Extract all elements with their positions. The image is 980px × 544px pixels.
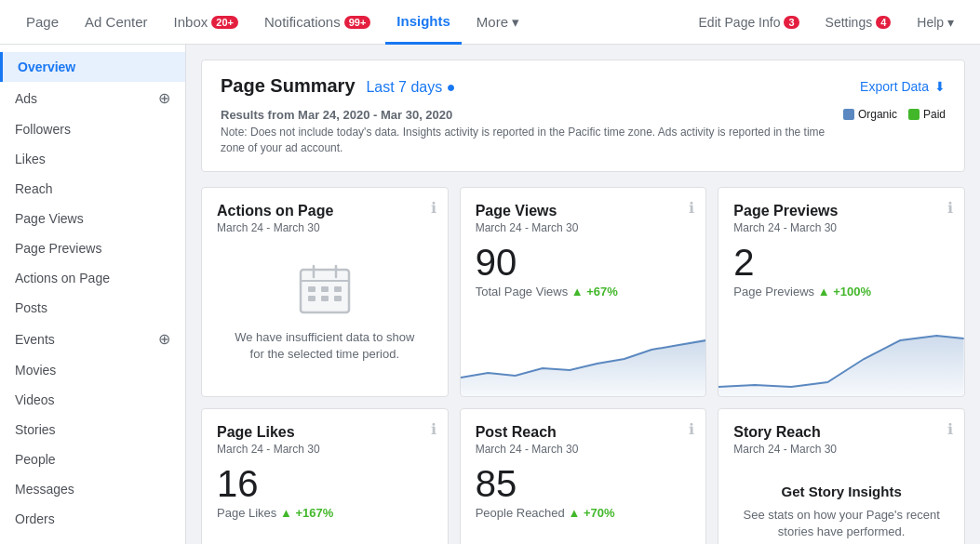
info-icon-actions[interactable]: ℹ <box>431 199 436 217</box>
story-insights-desc: See stats on how your Page's recent stor… <box>743 507 940 540</box>
sidebar-item-page-previews[interactable]: Page Previews <box>0 233 185 263</box>
nav-edit-page-info[interactable]: Edit Page Info 3 <box>688 0 811 45</box>
sidebar-label-page-views: Page Views <box>15 211 84 226</box>
sidebar-label-page-previews: Page Previews <box>15 241 101 256</box>
card-title-page-previews: Page Previews <box>733 203 949 219</box>
card-date-post-reach: March 24 - March 30 <box>476 443 691 456</box>
card-number-page-views: 90 <box>476 244 691 281</box>
sidebar: Overview Ads ⊕ Followers Likes Reach Pag… <box>0 45 186 544</box>
no-data-text: We have insufficient data to show for th… <box>226 329 423 363</box>
card-story-reach: ℹ Story Reach March 24 - March 30 Get St… <box>718 408 965 544</box>
sidebar-label-actions-on-page: Actions on Page <box>15 271 110 285</box>
card-sub-page-views: Total Page Views ▲ +67% <box>476 285 691 299</box>
svg-rect-5 <box>321 286 329 292</box>
legend-organic: Organic <box>843 108 897 121</box>
period-indicator: ● <box>447 79 456 95</box>
card-actions-on-page: ℹ Actions on Page March 24 - March 30 <box>201 187 449 397</box>
settings-badge: 4 <box>876 16 891 29</box>
story-insights-title: Get Story Insights <box>782 484 902 499</box>
svg-rect-4 <box>308 286 315 292</box>
nav-settings[interactable]: Settings 4 <box>814 0 903 45</box>
top-nav: Page Ad Center Inbox 20+ Notifications 9… <box>0 0 980 45</box>
info-icon-story-reach[interactable]: ℹ <box>947 420 953 438</box>
note-text: Note: Does not include today's data. Ins… <box>221 125 832 156</box>
trend-post-reach: ▲ +70% <box>568 506 614 520</box>
nav-adcenter[interactable]: Ad Center <box>74 0 159 45</box>
trend-page-likes: ▲ +167% <box>280 506 333 520</box>
mini-chart-page-previews <box>718 331 964 396</box>
sidebar-label-likes: Likes <box>15 152 46 166</box>
nav-more[interactable]: More ▾ <box>465 0 530 45</box>
trend-page-views: ▲ +67% <box>571 285 618 299</box>
events-add-icon: ⊕ <box>158 330 170 348</box>
cards-row-2: ℹ Page Likes March 24 - March 30 16 Page… <box>201 408 965 544</box>
sidebar-label-ads: Ads <box>15 91 37 106</box>
sidebar-label-movies: Movies <box>15 363 56 378</box>
sidebar-item-movies[interactable]: Movies <box>0 355 185 385</box>
info-icon-post-reach[interactable]: ℹ <box>689 420 694 438</box>
summary-title-row: Page Summary Last 7 days ● Export Data ⬇ <box>221 75 946 97</box>
nav-page[interactable]: Page <box>15 0 70 45</box>
card-title-post-reach: Post Reach <box>476 424 691 441</box>
card-sub-page-previews: Page Previews ▲ +100% <box>733 285 949 299</box>
sidebar-item-messages[interactable]: Messages <box>0 474 185 504</box>
info-icon-page-views[interactable]: ℹ <box>689 199 694 217</box>
card-post-reach: ℹ Post Reach March 24 - March 30 85 Peop… <box>460 408 707 544</box>
card-title-page-likes: Page Likes <box>217 424 433 441</box>
no-data-actions: We have insufficient data to show for th… <box>217 244 433 381</box>
sidebar-item-followers[interactable]: Followers <box>0 114 185 144</box>
mini-chart-page-views <box>461 331 706 396</box>
sidebar-item-likes[interactable]: Likes <box>0 144 185 174</box>
paid-dot <box>908 109 920 120</box>
date-range-label: Results from Mar 24, 2020 - Mar 30, 2020 <box>221 108 832 122</box>
card-title-page-views: Page Views <box>476 203 691 219</box>
sidebar-label-reach: Reach <box>15 181 52 196</box>
ads-add-icon: ⊕ <box>158 89 170 107</box>
nav-notifications[interactable]: Notifications 99+ <box>253 0 382 45</box>
export-data-button[interactable]: Export Data ⬇ <box>860 79 946 94</box>
legend-paid: Paid <box>908 108 946 121</box>
summary-period[interactable]: Last 7 days ● <box>366 79 455 95</box>
sidebar-item-ads[interactable]: Ads ⊕ <box>0 82 185 114</box>
sidebar-label-posts: Posts <box>15 300 47 315</box>
download-icon: ⬇ <box>934 79 946 94</box>
sidebar-item-stories[interactable]: Stories <box>0 415 185 444</box>
nav-help[interactable]: Help ▾ <box>906 0 965 45</box>
info-icon-page-likes[interactable]: ℹ <box>431 420 436 438</box>
info-icon-page-previews[interactable]: ℹ <box>947 199 953 217</box>
sidebar-label-overview: Overview <box>18 60 75 74</box>
sidebar-item-people[interactable]: People <box>0 444 185 474</box>
paid-label: Paid <box>923 108 946 121</box>
main-layout: Overview Ads ⊕ Followers Likes Reach Pag… <box>0 45 980 544</box>
sidebar-item-reach[interactable]: Reach <box>0 174 185 204</box>
nav-inbox[interactable]: Inbox 20+ <box>163 0 249 45</box>
sidebar-item-posts[interactable]: Posts <box>0 293 185 323</box>
sidebar-label-followers: Followers <box>15 122 71 137</box>
sidebar-item-videos[interactable]: Videos <box>0 385 185 415</box>
inbox-badge: 20+ <box>211 16 238 29</box>
card-sub-page-likes: Page Likes ▲ +167% <box>217 506 433 520</box>
sidebar-item-orders[interactable]: Orders <box>0 504 185 534</box>
sidebar-item-page-views[interactable]: Page Views <box>0 204 185 233</box>
notifications-badge: 99+ <box>344 16 371 29</box>
summary-title: Page Summary <box>221 75 356 96</box>
card-number-page-likes: 16 <box>217 465 433 502</box>
svg-rect-7 <box>308 296 315 301</box>
svg-rect-6 <box>334 286 342 292</box>
nav-insights[interactable]: Insights <box>385 0 462 45</box>
organic-label: Organic <box>858 108 897 121</box>
sidebar-item-overview[interactable]: Overview <box>0 52 185 82</box>
sidebar-label-orders: Orders <box>15 511 55 526</box>
main-content: Page Summary Last 7 days ● Export Data ⬇… <box>186 45 980 544</box>
calendar-icon <box>297 262 353 318</box>
card-number-page-previews: 2 <box>733 244 949 281</box>
story-reach-content: Get Story Insights See stats on how your… <box>733 465 949 544</box>
note-row: Results from Mar 24, 2020 - Mar 30, 2020… <box>221 108 946 156</box>
sidebar-item-actions-on-page[interactable]: Actions on Page <box>0 263 185 293</box>
nav-right: Edit Page Info 3 Settings 4 Help ▾ <box>688 0 965 45</box>
sidebar-item-events[interactable]: Events ⊕ <box>0 323 185 355</box>
card-page-previews: ℹ Page Previews March 24 - March 30 2 Pa… <box>718 187 965 397</box>
trend-page-previews: ▲ +100% <box>818 285 871 299</box>
card-page-likes: ℹ Page Likes March 24 - March 30 16 Page… <box>201 408 449 544</box>
card-date-page-views: March 24 - March 30 <box>476 221 691 234</box>
